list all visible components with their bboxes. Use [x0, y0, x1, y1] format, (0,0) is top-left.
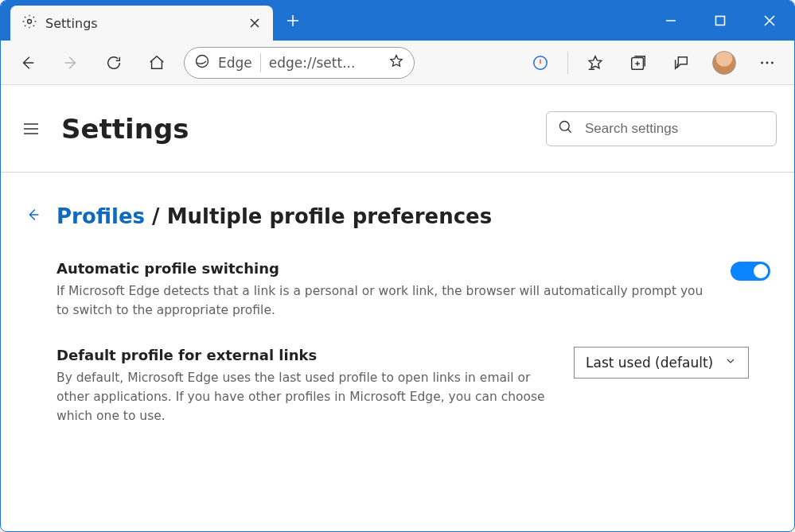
search-settings[interactable]	[546, 111, 777, 146]
settings-header: Settings	[1, 85, 794, 173]
more-menu-button[interactable]	[751, 47, 783, 79]
setting-description: By default, Microsoft Edge uses the last…	[57, 368, 550, 425]
tracking-prevention-icon[interactable]	[524, 47, 556, 79]
svg-point-2	[197, 55, 208, 67]
setting-title: Automatic profile switching	[57, 260, 707, 277]
setting-automatic-profile-switching: Automatic profile switching If Microsoft…	[25, 260, 770, 320]
gear-icon	[21, 14, 37, 33]
tab-title: Settings	[45, 16, 240, 31]
favorites-button[interactable]	[579, 47, 611, 79]
breadcrumb-back-button[interactable]	[25, 206, 42, 227]
refresh-button[interactable]	[98, 47, 130, 79]
setting-title: Default profile for external links	[57, 347, 550, 363]
breadcrumb-current: Multiple profile preferences	[167, 204, 493, 228]
settings-content: Profiles / Multiple profile preferences …	[1, 173, 794, 531]
svg-point-7	[771, 61, 774, 64]
profile-avatar[interactable]	[708, 47, 740, 79]
toolbar-divider	[567, 52, 568, 74]
hamburger-menu-button[interactable]	[18, 116, 44, 142]
back-button[interactable]	[12, 47, 44, 79]
page-title: Settings	[61, 113, 189, 145]
home-button[interactable]	[141, 47, 173, 79]
close-tab-button[interactable]	[247, 16, 262, 30]
minimize-button[interactable]	[646, 1, 696, 41]
svg-point-0	[28, 20, 32, 24]
search-input[interactable]	[583, 120, 765, 138]
address-bar[interactable]: Edge edge://sett...	[184, 47, 415, 79]
star-icon[interactable]	[388, 53, 404, 72]
svg-point-5	[761, 61, 763, 64]
close-window-button[interactable]	[745, 1, 794, 41]
svg-rect-1	[716, 17, 725, 25]
edge-logo-icon	[194, 53, 210, 72]
breadcrumb-parent-link[interactable]: Profiles	[57, 204, 145, 228]
window-controls	[646, 1, 794, 41]
automatic-profile-switching-toggle[interactable]	[731, 262, 770, 281]
default-profile-dropdown[interactable]: Last used (default)	[574, 347, 749, 379]
maximize-button[interactable]	[696, 1, 745, 41]
address-brand: Edge	[218, 55, 252, 71]
browser-toolbar: Edge edge://sett...	[1, 41, 794, 85]
address-divider	[260, 53, 261, 72]
address-url: edge://sett...	[269, 55, 380, 71]
feedback-button[interactable]	[665, 47, 697, 79]
dropdown-selected-value: Last used (default)	[586, 355, 713, 371]
setting-description: If Microsoft Edge detects that a link is…	[57, 282, 707, 320]
svg-point-6	[766, 61, 769, 64]
breadcrumb-separator: /	[145, 204, 167, 228]
forward-button	[55, 47, 87, 79]
window-titlebar: Settings	[1, 1, 794, 41]
setting-default-profile-external-links: Default profile for external links By de…	[25, 347, 770, 425]
collections-button[interactable]	[622, 47, 654, 79]
svg-point-8	[560, 121, 570, 130]
breadcrumb: Profiles / Multiple profile preferences	[25, 204, 770, 228]
search-icon	[558, 119, 574, 138]
browser-tab[interactable]: Settings	[10, 6, 273, 41]
new-tab-button[interactable]	[273, 1, 313, 41]
chevron-down-icon	[724, 355, 737, 371]
